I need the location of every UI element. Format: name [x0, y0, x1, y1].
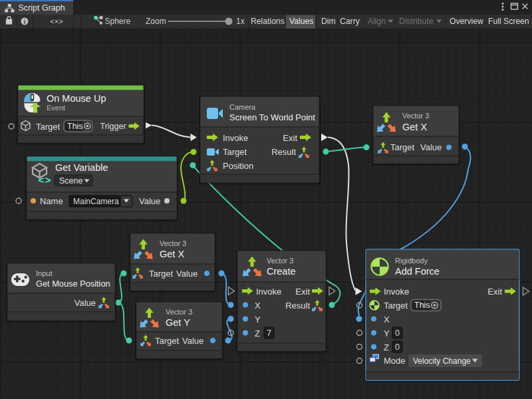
svg-text:Carry: Carry: [340, 17, 360, 26]
svg-text:Get Y: Get Y: [166, 317, 190, 328]
svg-text:This: This: [414, 301, 430, 310]
svg-text:MainCamera: MainCamera: [73, 197, 119, 206]
svg-text:Y: Y: [384, 329, 390, 338]
svg-text:X: X: [384, 315, 390, 325]
svg-text:Screen To World Point: Screen To World Point: [229, 112, 315, 122]
svg-text:<×>: <×>: [50, 17, 63, 25]
svg-text:Trigger: Trigger: [100, 122, 126, 131]
svg-text:Full Screen: Full Screen: [488, 17, 529, 26]
svg-text:Velocity Change: Velocity Change: [413, 356, 471, 366]
svg-text:Overview: Overview: [450, 17, 483, 26]
svg-text:Name: Name: [40, 196, 63, 206]
svg-text:Value: Value: [182, 336, 203, 346]
svg-text:Rigidbody: Rigidbody: [395, 257, 428, 265]
svg-text:Mode: Mode: [384, 356, 406, 366]
svg-text:Y: Y: [255, 315, 261, 325]
svg-text:Target: Target: [223, 147, 247, 157]
svg-text:Sphere: Sphere: [105, 17, 131, 26]
svg-text:Exit: Exit: [295, 287, 310, 297]
svg-text:Dim: Dim: [321, 17, 336, 26]
svg-text:Vector 3: Vector 3: [402, 112, 429, 120]
svg-text:Position: Position: [223, 161, 253, 171]
svg-text:Get X: Get X: [160, 249, 184, 259]
svg-text:Input: Input: [36, 269, 52, 277]
svg-text:X: X: [255, 301, 261, 311]
svg-text:Add Force: Add Force: [395, 266, 440, 277]
svg-text:Relations: Relations: [251, 17, 285, 26]
svg-text:i: i: [24, 19, 26, 25]
svg-text:Scene: Scene: [59, 176, 82, 186]
svg-text:Target: Target: [390, 142, 415, 152]
svg-text:Invoke: Invoke: [256, 287, 281, 297]
svg-text:Align: Align: [368, 17, 386, 26]
svg-text:Invoke: Invoke: [223, 133, 248, 143]
svg-text:Create: Create: [267, 266, 296, 277]
svg-text:7: 7: [267, 329, 271, 338]
svg-text:Get Mouse Position: Get Mouse Position: [36, 279, 110, 289]
svg-text:Value: Value: [74, 298, 96, 308]
svg-text:Event: Event: [47, 104, 65, 112]
svg-text:Target: Target: [155, 336, 180, 346]
svg-text:Vector 3: Vector 3: [160, 239, 186, 247]
svg-text:Zoom: Zoom: [146, 17, 166, 26]
svg-text:This: This: [67, 122, 83, 131]
svg-text:On Mouse Up: On Mouse Up: [47, 93, 106, 104]
svg-text:0: 0: [395, 342, 400, 352]
svg-text:Value: Value: [176, 269, 198, 279]
svg-text:Vector 3: Vector 3: [166, 308, 192, 316]
svg-text:Camera: Camera: [229, 103, 256, 111]
svg-text:Result: Result: [285, 301, 310, 311]
svg-text:Value: Value: [420, 142, 442, 152]
svg-text:Get Variable: Get Variable: [55, 162, 108, 173]
svg-text:Exit: Exit: [283, 133, 297, 143]
svg-text:Z: Z: [255, 329, 260, 338]
svg-text:Target: Target: [384, 301, 408, 311]
svg-text:Target: Target: [149, 269, 174, 279]
svg-text:Invoke: Invoke: [384, 287, 409, 297]
svg-text:Vector 3: Vector 3: [267, 257, 293, 265]
svg-text:Get X: Get X: [402, 122, 427, 132]
svg-text:Target: Target: [36, 122, 61, 132]
svg-text:Values: Values: [289, 17, 313, 26]
svg-text:0: 0: [395, 329, 400, 338]
svg-text:Script Graph: Script Graph: [19, 3, 65, 13]
svg-text:Exit: Exit: [487, 287, 502, 297]
svg-text:Z: Z: [384, 342, 389, 352]
svg-text:<>: <>: [39, 174, 53, 186]
svg-text:Value: Value: [139, 196, 160, 206]
svg-text:1x: 1x: [236, 17, 245, 26]
svg-text:Distribute: Distribute: [399, 17, 434, 26]
svg-text:Result: Result: [271, 147, 296, 157]
